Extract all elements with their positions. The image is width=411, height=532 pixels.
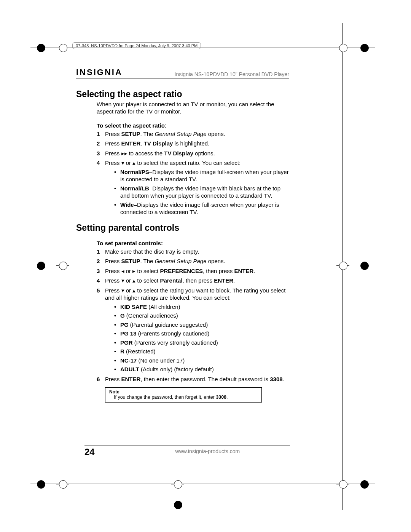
rating-item: G (General audiences) (114, 312, 289, 320)
step-item: Press ▾ or ▴ to select the aspect ratio.… (97, 159, 289, 216)
rating-item: ADULT (Adults only) (factory default) (114, 366, 289, 373)
section-heading-parental: Setting parental controls (76, 223, 289, 233)
rating-item: PGR (Parents very strongly cautioned) (114, 339, 289, 347)
option-item: Normal/LB–Displays the video image with … (114, 185, 289, 200)
step-item: Press ▸▸ to access the TV Display option… (97, 150, 289, 157)
down-arrow-icon: ▾ (121, 160, 124, 166)
crop-mark-icon (34, 478, 47, 490)
crop-mark-icon (358, 478, 371, 490)
step-item: Press ▾ or ▴ to select the rating you wa… (97, 287, 289, 373)
step-item: Press SETUP. The General Setup Page open… (97, 130, 289, 138)
file-meta: 07-343_NS-10PDVDD.fm Page 24 Monday, Jul… (72, 42, 201, 49)
crop-mark-icon (358, 259, 371, 272)
option-item: Normal/PS–Displays the video image full-… (114, 168, 289, 183)
note-box: Note If you change the password, then fo… (105, 387, 262, 403)
page-header: INSIGNIA Insignia NS-10PDVDD 10" Persona… (76, 67, 289, 78)
crop-mark-icon (56, 41, 69, 54)
procedure-heading: To set parental controls: (97, 240, 289, 246)
section-heading-aspect: Selecting the aspect ratio (76, 89, 289, 99)
step-item: Press ENTER, then enter the password. Th… (97, 375, 289, 383)
ratings-list: KID SAFE (All children) G (General audie… (114, 303, 289, 373)
crop-mark-icon (56, 478, 69, 490)
step-item: Press ▾ or ▴ to select Parental, then pr… (97, 277, 289, 284)
rating-item: PG 13 (Parents strongly cautioned) (114, 330, 289, 337)
step-item: Press ◂ or ▸ to select PREFERENCES, then… (97, 267, 289, 275)
up-arrow-icon: ▴ (132, 277, 135, 284)
up-arrow-icon: ▴ (132, 287, 135, 294)
options-list: Normal/PS–Displays the video image full-… (114, 168, 289, 216)
right-arrow-icon: ▸ (132, 268, 135, 274)
steps-list: Make sure that the disc tray is empty. P… (97, 248, 289, 383)
left-arrow-icon: ◂ (121, 268, 124, 274)
crop-mark-icon (171, 498, 184, 511)
crop-mark-icon (336, 41, 349, 54)
rating-item: NC-17 (No one under 17) (114, 357, 289, 364)
procedure-heading: To select the aspect ratio: (97, 122, 289, 129)
crop-mark-icon (358, 41, 371, 54)
product-title: Insignia NS-10PDVDD 10" Personal DVD Pla… (175, 71, 289, 77)
option-item: Wide–Displays the video image full-scree… (114, 201, 289, 216)
down-arrow-icon: ▾ (121, 287, 124, 294)
rating-item: PG (Parental guidance suggested) (114, 321, 289, 329)
rating-item: KID SAFE (All children) (114, 303, 289, 311)
crop-mark-icon (56, 259, 69, 272)
page-body: 07-343_NS-10PDVDD.fm Page 24 Monday, Jul… (76, 42, 289, 403)
crop-mark-icon (171, 478, 184, 490)
page-footer: 24 www.insignia-products.com (84, 446, 290, 459)
crop-mark-icon (336, 259, 349, 272)
step-item: Press SETUP. The General Setup Page open… (97, 257, 289, 265)
fast-forward-icon: ▸▸ (121, 150, 127, 157)
up-arrow-icon: ▴ (132, 160, 135, 166)
crop-mark-icon (34, 41, 47, 54)
footer-url: www.insignia-products.com (175, 448, 240, 454)
step-item: Make sure that the disc tray is empty. (97, 248, 289, 256)
page-number: 24 (84, 447, 95, 457)
step-item: Press ENTER. TV Display is highlighted. (97, 140, 289, 147)
steps-list: Press SETUP. The General Setup Page open… (97, 130, 289, 216)
rating-item: R (Restricted) (114, 348, 289, 355)
brand-logo: INSIGNIA (76, 67, 123, 77)
note-body: If you change the password, then forget … (114, 395, 258, 400)
note-title: Note (109, 389, 258, 395)
section-intro: When your player is connected to an TV o… (97, 101, 289, 115)
crop-mark-icon (34, 259, 47, 272)
down-arrow-icon: ▾ (121, 277, 124, 284)
crop-mark-icon (336, 478, 349, 490)
